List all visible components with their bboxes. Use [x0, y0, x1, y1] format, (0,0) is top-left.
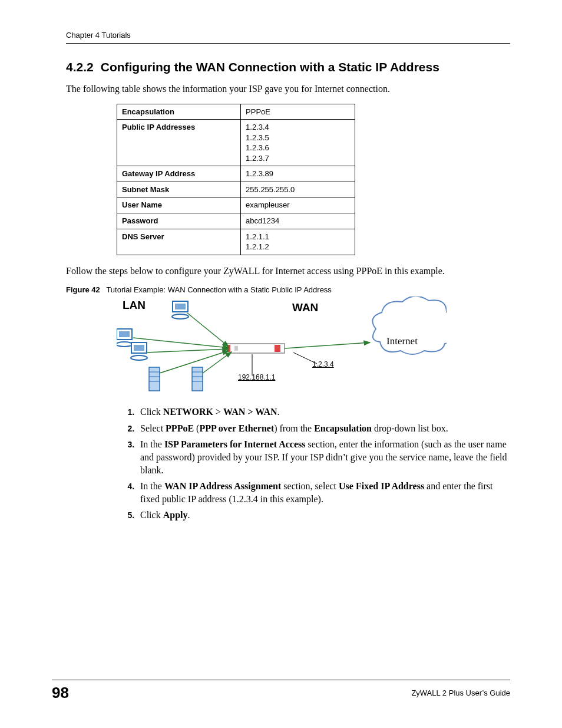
- table-row: Subnet Mask255.255.255.0: [117, 182, 355, 197]
- step-3: In the ISP Parameters for Internet Acces…: [137, 438, 510, 476]
- figure-caption-text: Tutorial Example: WAN Connection with a …: [106, 285, 331, 294]
- table-label: Password: [117, 213, 241, 229]
- figure-caption: Figure 42 Tutorial Example: WAN Connecti…: [66, 285, 510, 294]
- table-label: DNS Server: [117, 229, 241, 255]
- svg-point-8: [131, 355, 147, 360]
- diagram-router-ip: 192.168.1.1: [238, 373, 275, 381]
- table-value: exampleuser: [241, 197, 355, 213]
- diagram-wan-label: WAN: [292, 301, 318, 314]
- table-value: 1.2.3.41.2.3.51.2.3.61.2.3.7: [241, 120, 355, 166]
- isp-info-table: EncapsulationPPPoEPublic IP Addresses1.2…: [117, 104, 355, 255]
- section-title-text: Configuring the WAN Connection with a St…: [101, 60, 439, 74]
- section-heading: 4.2.2Configuring the WAN Connection with…: [66, 60, 510, 74]
- svg-line-25: [203, 352, 232, 373]
- table-row: Public IP Addresses1.2.3.41.2.3.51.2.3.6…: [117, 120, 355, 166]
- svg-rect-19: [275, 345, 280, 352]
- table-value: PPPoE: [241, 104, 355, 120]
- table-label: Gateway IP Address: [117, 166, 241, 182]
- page-number: 98: [52, 684, 69, 702]
- network-diagram: LAN WAN Internet 192.168.1.1 1.2.3.4: [117, 297, 447, 400]
- svg-point-2: [172, 314, 189, 319]
- table-value: 255.255.255.0: [241, 182, 355, 197]
- footer-rule: [52, 680, 510, 680]
- svg-line-27: [285, 342, 370, 348]
- step-1: Click NETWORK > WAN > WAN.: [137, 406, 510, 419]
- table-row: User Nameexampleuser: [117, 197, 355, 213]
- svg-rect-4: [119, 331, 130, 337]
- step-5: Click Apply.: [137, 509, 510, 522]
- table-row: Passwordabcd1234: [117, 213, 355, 229]
- table-label: Public IP Addresses: [117, 120, 241, 166]
- svg-rect-20: [234, 346, 238, 351]
- table-row: EncapsulationPPPoE: [117, 104, 355, 120]
- step-4: In the WAN IP Address Assignment section…: [137, 480, 510, 505]
- svg-point-5: [117, 342, 133, 347]
- diagram-internet-label: Internet: [386, 335, 418, 347]
- section-number: 4.2.2: [66, 60, 94, 74]
- document-page: Chapter 4 Tutorials 4.2.2Configuring the…: [0, 0, 562, 728]
- svg-line-22: [133, 338, 229, 348]
- steps-list: Click NETWORK > WAN > WAN. Select PPPoE …: [117, 406, 510, 522]
- svg-rect-9: [149, 367, 160, 391]
- header-rule: [66, 43, 510, 44]
- table-value: 1.2.1.11.2.1.2: [241, 229, 355, 255]
- table-row: Gateway IP Address1.2.3.89: [117, 166, 355, 182]
- follow-paragraph: Follow the steps below to configure your…: [66, 265, 510, 278]
- svg-rect-1: [175, 304, 186, 309]
- svg-line-21: [187, 313, 229, 347]
- table-value: abcd1234: [241, 213, 355, 229]
- page-footer: 98 ZyWALL 2 Plus User’s Guide: [52, 680, 510, 702]
- running-header: Chapter 4 Tutorials: [66, 31, 510, 39]
- step-2: Select PPPoE (PPP over Ethernet) from th…: [137, 422, 510, 435]
- svg-rect-7: [134, 345, 144, 351]
- table-row: DNS Server1.2.1.11.2.1.2: [117, 229, 355, 255]
- table-label: User Name: [117, 197, 241, 213]
- svg-line-23: [147, 349, 229, 353]
- table-label: Subnet Mask: [117, 182, 241, 197]
- table-value: 1.2.3.89: [241, 166, 355, 182]
- table-label: Encapsulation: [117, 104, 241, 120]
- figure-label: Figure 42: [66, 285, 100, 294]
- diagram-public-ip: 1.2.3.4: [312, 360, 334, 368]
- diagram-lan-label: LAN: [123, 299, 146, 312]
- svg-rect-13: [192, 367, 203, 391]
- guide-name: ZyWALL 2 Plus User’s Guide: [411, 689, 510, 697]
- intro-paragraph: The following table shows the informatio…: [66, 83, 510, 95]
